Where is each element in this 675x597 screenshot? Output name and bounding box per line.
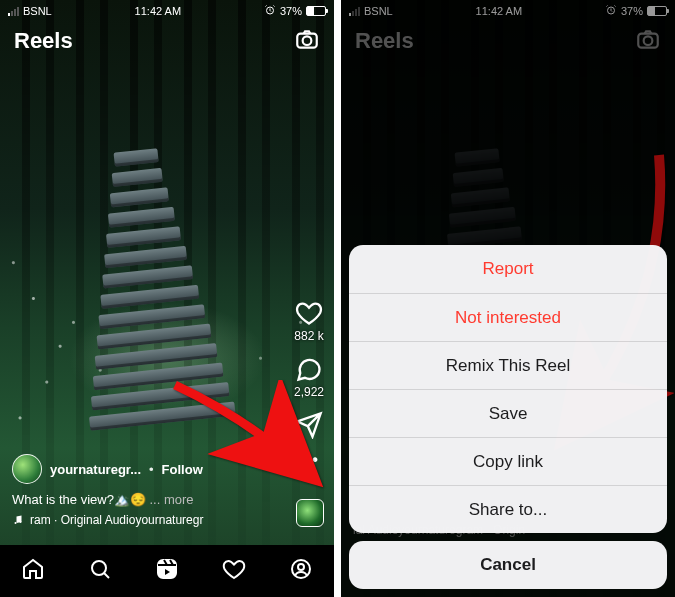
svg-point-2 xyxy=(303,36,312,45)
battery-icon xyxy=(306,6,326,16)
reels-header: Reels xyxy=(0,20,334,56)
share-button[interactable] xyxy=(295,411,323,439)
avatar[interactable] xyxy=(12,454,42,484)
like-button[interactable]: 882 k xyxy=(294,299,323,343)
alarm-icon xyxy=(264,4,276,18)
svg-point-5 xyxy=(92,561,106,575)
nav-search[interactable] xyxy=(88,557,112,585)
comment-button[interactable]: 2,922 xyxy=(294,355,324,399)
sheet-copy-link[interactable]: Copy link xyxy=(349,437,667,485)
page-title: Reels xyxy=(14,28,73,54)
heart-icon xyxy=(295,299,323,327)
svg-rect-6 xyxy=(158,560,176,578)
caption-more[interactable]: ... more xyxy=(150,492,194,507)
more-button[interactable]: ••• xyxy=(295,451,323,469)
comment-count: 2,922 xyxy=(294,385,324,399)
action-sheet-menu: Report Not interested Remix This Reel Sa… xyxy=(349,245,667,533)
sheet-remix[interactable]: Remix This Reel xyxy=(349,341,667,389)
carrier-label: BSNL xyxy=(23,5,52,17)
sheet-cancel[interactable]: Cancel xyxy=(349,541,667,589)
action-rail: 882 k 2,922 ••• xyxy=(294,299,324,469)
nav-reels[interactable] xyxy=(155,557,179,585)
audio-icon xyxy=(12,514,24,526)
battery-percent: 37% xyxy=(280,5,302,17)
caption-emoji: 🏔️😔 xyxy=(114,492,146,507)
caption[interactable]: What is the view?🏔️😔 ... more xyxy=(12,492,264,507)
nav-activity[interactable] xyxy=(222,557,246,585)
camera-icon[interactable] xyxy=(294,26,320,56)
svg-point-8 xyxy=(298,564,304,570)
sheet-not-interested[interactable]: Not interested xyxy=(349,293,667,341)
sheet-save[interactable]: Save xyxy=(349,389,667,437)
sheet-report[interactable]: Report xyxy=(349,245,667,293)
clock: 11:42 AM xyxy=(135,5,181,17)
screenshot-right: BSNL 11:42 AM 37% Reels ial Audioyournat… xyxy=(341,0,675,597)
like-count: 882 k xyxy=(294,329,323,343)
reel-meta: yournaturegr... • Follow What is the vie… xyxy=(12,454,264,527)
audio-thumbnail[interactable] xyxy=(296,499,324,527)
separator-dot: • xyxy=(149,462,154,477)
action-sheet: Report Not interested Remix This Reel Sa… xyxy=(349,245,667,589)
audio-row[interactable]: ram · Original Audioyournaturegr xyxy=(12,513,264,527)
send-icon xyxy=(295,411,323,439)
sheet-share-to[interactable]: Share to... xyxy=(349,485,667,533)
status-bar: BSNL 11:42 AM 37% xyxy=(0,0,334,20)
action-sheet-cancel: Cancel xyxy=(349,541,667,589)
svg-point-3 xyxy=(15,522,17,524)
nav-profile[interactable] xyxy=(289,557,313,585)
comment-icon xyxy=(295,355,323,383)
signal-icon xyxy=(8,7,19,16)
username[interactable]: yournaturegr... xyxy=(50,462,141,477)
svg-point-4 xyxy=(20,521,22,523)
follow-button[interactable]: Follow xyxy=(162,462,203,477)
audio-label: ram · Original Audioyournaturegr xyxy=(30,513,203,527)
caption-text: What is the view? xyxy=(12,492,114,507)
screenshot-left: BSNL 11:42 AM 37% Reels 882 k 2,922 ••• xyxy=(0,0,334,597)
nav-home[interactable] xyxy=(21,557,45,585)
bottom-nav xyxy=(0,545,334,597)
